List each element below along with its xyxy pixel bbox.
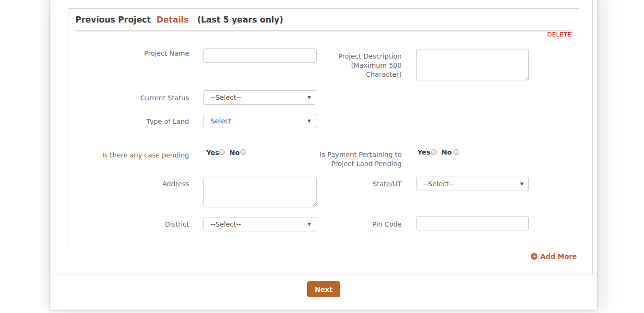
heading-divider — [75, 30, 572, 32]
district-select[interactable]: --Select-- — [203, 217, 316, 231]
case-pending-yes-label: Yes — [206, 149, 219, 156]
previous-project-fieldset: Previous Project Details (Last 5 years o… — [69, 8, 579, 246]
case-pending-no-label: No — [229, 149, 239, 156]
section-title-main: Previous Project — [75, 15, 151, 24]
current-status-select-wrap: --Select-- ▼ — [203, 90, 316, 105]
pin-code-label: Pin Code — [306, 220, 402, 229]
address-textarea[interactable] — [203, 177, 317, 207]
state-ut-select-wrap: --Select-- ▼ — [416, 177, 529, 191]
project-name-input[interactable] — [203, 48, 317, 63]
page: Previous Project Details (Last 5 years o… — [0, 0, 644, 313]
type-of-land-select[interactable]: Select — [203, 114, 316, 128]
project-description-label: Project Description (Maximum 500 Charact… — [306, 52, 402, 79]
type-of-land-select-wrap: Select ▼ — [203, 114, 316, 128]
district-label: District — [93, 220, 189, 229]
section-title-accent-text: Details — [156, 15, 189, 24]
payment-pending-yes-radio[interactable] — [431, 149, 437, 155]
add-more-label: Add More — [540, 253, 577, 260]
section-title: Previous Project Details (Last 5 years o… — [75, 15, 283, 24]
address-label: Address — [93, 180, 189, 189]
project-name-label: Project Name — [93, 49, 189, 58]
section-title-note: (Last 5 years only) — [197, 15, 283, 24]
case-pending-no-radio[interactable] — [240, 149, 246, 155]
project-description-textarea[interactable] — [416, 49, 529, 81]
payment-pending-no-radio[interactable] — [453, 149, 459, 155]
add-more-link[interactable]: + Add More — [531, 253, 577, 260]
pin-code-input[interactable] — [416, 216, 529, 230]
payment-pending-no-label: No — [441, 148, 452, 156]
payment-pending-label: Is Payment Pertaining to Project Land Pe… — [306, 150, 402, 169]
current-status-select[interactable]: --Select-- — [203, 90, 316, 105]
payment-pending-yes-label: Yes — [417, 148, 430, 156]
type-of-land-label: Type of Land — [93, 117, 189, 126]
district-select-wrap: --Select-- ▼ — [203, 217, 316, 231]
case-pending-yes-radio[interactable] — [219, 149, 225, 155]
next-button[interactable]: Next — [307, 281, 340, 297]
state-ut-label: State/UT — [306, 180, 402, 189]
case-pending-label: Is there any case pending — [69, 151, 189, 160]
plus-icon: + — [531, 253, 537, 260]
current-status-label: Current Status — [93, 94, 189, 103]
state-ut-select[interactable]: --Select-- — [416, 177, 529, 191]
delete-link[interactable]: DELETE — [547, 31, 572, 38]
